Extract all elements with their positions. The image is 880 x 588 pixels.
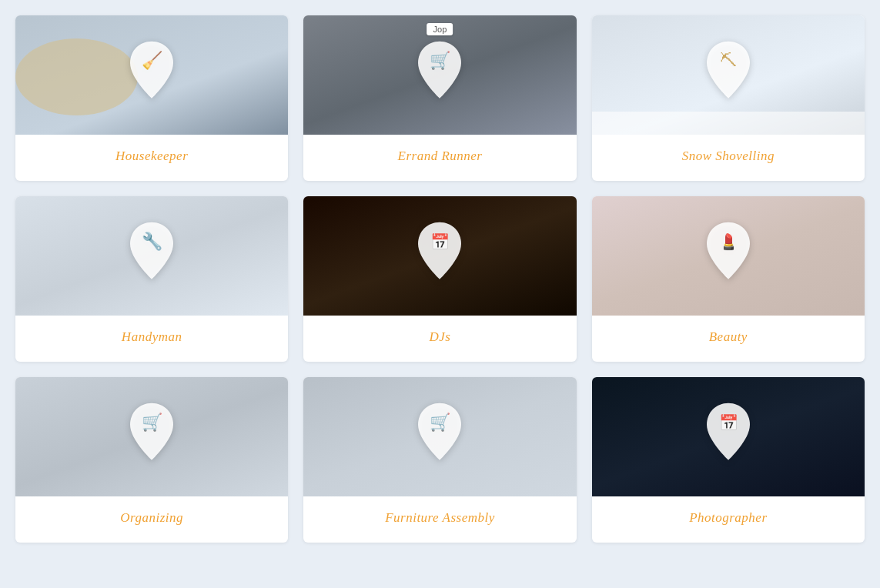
svg-text:💄: 💄 [718, 232, 738, 250]
svg-text:⛏: ⛏ [720, 50, 737, 69]
scene-snow-shovelling: ⛏ [592, 15, 865, 135]
card-image-handyman: 🔧 [15, 196, 288, 316]
card-title-organizing: Organizing [120, 510, 183, 525]
card-housekeeper[interactable]: 🧹 Housekeeper [15, 15, 288, 181]
pin-handyman: 🔧 [127, 220, 176, 285]
card-beauty[interactable]: 💄 Beauty [592, 196, 865, 362]
card-image-beauty: 💄 [592, 196, 865, 316]
pin-furniture-assembly: 🛒 [415, 401, 464, 466]
service-grid: 🧹 Housekeeper Jop 🛒 Errand Runner [15, 15, 865, 543]
pin-errand-runner: 🛒 [415, 39, 464, 104]
svg-text:🧹: 🧹 [142, 49, 163, 70]
card-snow-shovelling[interactable]: ⛏ Snow Shovelling [592, 15, 865, 181]
pin-snow-shovelling: ⛏ [704, 39, 753, 104]
card-title-furniture-assembly: Furniture Assembly [385, 510, 495, 525]
card-label-organizing: Organizing [15, 496, 288, 543]
card-label-housekeeper: Housekeeper [15, 135, 288, 181]
card-label-photographer: Photographer [592, 496, 865, 543]
card-organizing[interactable]: 🛒 Organizing [15, 377, 288, 543]
card-title-handyman: Handyman [122, 329, 182, 344]
card-title-djs: DJs [430, 329, 451, 344]
scene-handyman: 🔧 [15, 196, 288, 316]
card-image-furniture-assembly: 🛒 [303, 377, 576, 496]
svg-text:📅: 📅 [718, 413, 738, 431]
card-title-snow-shovelling: Snow Shovelling [682, 149, 775, 163]
scene-beauty: 💄 [592, 196, 865, 316]
card-label-errand-runner: Errand Runner [303, 135, 576, 181]
card-label-beauty: Beauty [592, 316, 865, 362]
card-label-furniture-assembly: Furniture Assembly [303, 496, 576, 543]
card-image-snow-shovelling: ⛏ [592, 15, 865, 135]
card-furniture-assembly[interactable]: 🛒 Furniture Assembly [303, 377, 576, 543]
card-image-photographer: 📅 [592, 377, 865, 496]
scene-organizing: 🛒 [15, 377, 288, 496]
scene-furniture-assembly: 🛒 [303, 377, 576, 496]
card-image-errand-runner: Jop 🛒 [303, 15, 576, 135]
svg-text:🛒: 🛒 [430, 411, 451, 432]
card-image-djs: 📅 [303, 196, 576, 316]
card-title-housekeeper: Housekeeper [115, 149, 188, 163]
pin-djs: 📅 [415, 220, 464, 285]
card-image-housekeeper: 🧹 [15, 15, 288, 135]
scene-photographer: 📅 [592, 377, 865, 496]
card-title-errand-runner: Errand Runner [398, 149, 483, 163]
card-djs[interactable]: 📅 DJs [303, 196, 576, 362]
card-label-handyman: Handyman [15, 316, 288, 362]
jop-badge: Jop [427, 23, 453, 35]
svg-text:📅: 📅 [430, 232, 450, 250]
scene-djs: 📅 [303, 196, 576, 316]
card-title-photographer: Photographer [689, 510, 767, 525]
pin-photographer: 📅 [704, 401, 753, 466]
pin-housekeeper: 🧹 [127, 39, 176, 104]
card-label-djs: DJs [303, 316, 576, 362]
pin-beauty: 💄 [704, 220, 753, 285]
card-image-organizing: 🛒 [15, 377, 288, 496]
pin-organizing: 🛒 [127, 401, 176, 466]
scene-errand-runner: Jop 🛒 [303, 15, 576, 135]
card-label-snow-shovelling: Snow Shovelling [592, 135, 865, 181]
card-title-beauty: Beauty [709, 329, 748, 344]
svg-text:🛒: 🛒 [430, 49, 451, 70]
svg-text:🔧: 🔧 [142, 230, 163, 251]
card-errand-runner[interactable]: Jop 🛒 Errand Runner [303, 15, 576, 181]
svg-text:🛒: 🛒 [142, 411, 163, 432]
scene-housekeeper: 🧹 [15, 15, 288, 135]
card-handyman[interactable]: 🔧 Handyman [15, 196, 288, 362]
card-photographer[interactable]: 📅 Photographer [592, 377, 865, 543]
